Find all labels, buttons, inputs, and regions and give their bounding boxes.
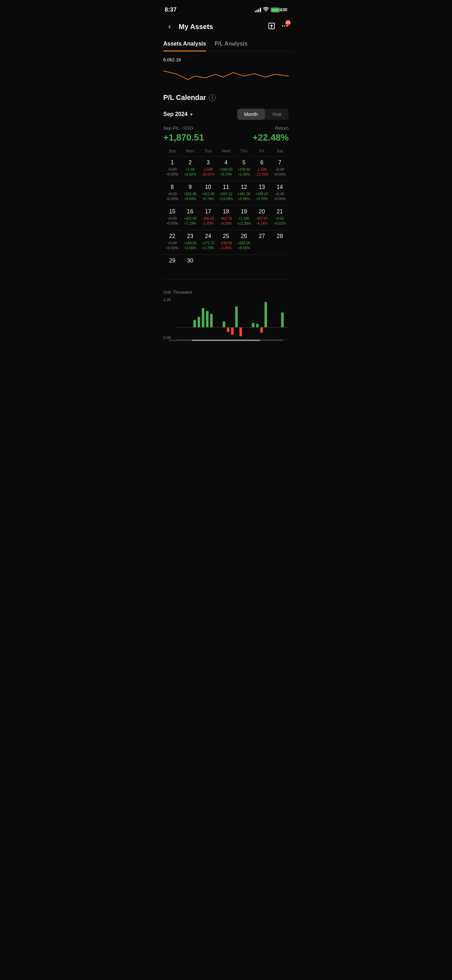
share-button[interactable] (268, 22, 275, 32)
svg-rect-8 (210, 314, 213, 328)
tab-assets-analysis[interactable]: Assets Analysis (163, 37, 206, 51)
status-bar: 8:37 100 (158, 0, 294, 18)
svg-rect-9 (223, 321, 225, 328)
calendar-cell[interactable]: 9+582.80+8.84% (181, 181, 199, 206)
bar-chart-svg (176, 298, 289, 340)
calendar-cell[interactable]: 22+0.00+0.00% (163, 230, 181, 255)
svg-rect-7 (206, 311, 208, 328)
header: ‹ My Assets 23 (158, 18, 294, 37)
calendar-cell[interactable]: 13+338.97+3.70% (253, 181, 271, 206)
calendar-cell[interactable]: 1+0.00+0.00% (163, 157, 181, 181)
day-thu: Thu (235, 147, 253, 155)
calendar-cell[interactable]: 14+0.00+0.00% (271, 181, 289, 206)
calendar-cell[interactable]: 18-402.78-4.18% (217, 206, 235, 230)
calendar-cell[interactable]: 16+302.50+3.19% (181, 206, 199, 230)
day-sun: Sun (163, 147, 181, 155)
pl-summary: Sep P/L · SGD +1,870.51 Return +22.48% (163, 126, 289, 143)
svg-rect-11 (231, 328, 233, 335)
calendar-cell[interactable]: 30 (181, 255, 199, 279)
calendar-cell[interactable]: 5+109.82+1.46% (235, 157, 253, 181)
calendar-grid: 1+0.00+0.00%2+1.68+0.02%3-1.69K-20.01%4+… (163, 156, 289, 279)
svg-rect-12 (235, 307, 237, 328)
scroll-indicator (169, 340, 283, 341)
svg-rect-16 (260, 328, 263, 332)
calendar-cell[interactable]: 15+0.00+0.00% (163, 206, 181, 230)
tab-pl-analysis[interactable]: P/L Analysis (215, 37, 247, 51)
calendar-cell[interactable]: 2+1.68+0.02% (181, 157, 199, 181)
header-actions: 23 (268, 22, 289, 32)
toggle-month[interactable]: Month (237, 109, 265, 120)
calendar-cell[interactable]: 17-166.83-1.70% (199, 206, 217, 230)
pl-calendar-section: P/L Calendar i Sep 2024 ▼ Month Year Sep… (158, 87, 294, 279)
svg-rect-6 (202, 308, 204, 328)
day-mon: Mon (181, 147, 199, 155)
calendar-cell[interactable]: 12+481.36+5.56% (235, 181, 253, 206)
pl-amount: Sep P/L · SGD +1,870.51 (163, 126, 204, 143)
wifi-icon (263, 7, 269, 13)
day-tue: Tue (199, 147, 217, 155)
signal-icon (255, 7, 261, 12)
battery-icon: 100 (271, 7, 287, 12)
return-value: Return +22.48% (253, 126, 289, 143)
calendar-cell[interactable]: 29 (163, 255, 181, 279)
svg-rect-17 (264, 302, 267, 328)
bar-chart-labels: 1.26 0.00 (163, 298, 170, 340)
info-icon[interactable]: i (209, 94, 216, 101)
calendar-cell[interactable]: 24+171.72+1.79% (199, 230, 217, 255)
calendar: Sun Mon Tue Wed Thu Fri Sat 1+0.00+0.00%… (163, 147, 289, 279)
calendar-cell[interactable]: 8+0.00+0.00% (163, 181, 181, 206)
calendar-header: Sun Mon Tue Wed Thu Fri Sat (163, 147, 289, 155)
calendar-cell[interactable]: 20-407.07-4.14% (253, 206, 271, 230)
svg-point-1 (282, 25, 283, 27)
svg-rect-18 (282, 313, 284, 328)
svg-rect-13 (239, 328, 242, 336)
toggle-year[interactable]: Year (265, 109, 289, 120)
day-wed: Wed (217, 147, 235, 155)
svg-point-2 (284, 25, 286, 27)
more-button[interactable]: 23 (281, 22, 289, 32)
bar-chart-section: Unit: Thousand 1.26 0.00 (158, 279, 294, 348)
calendar-cell[interactable] (271, 255, 289, 279)
status-icons: 100 (255, 7, 287, 13)
scroll-thumb (192, 340, 260, 341)
back-arrow-icon: ‹ (168, 22, 170, 31)
calendar-controls: Sep 2024 ▼ Month Year (163, 109, 289, 120)
day-fri: Fri (253, 147, 271, 155)
calendar-cell[interactable]: 27 (253, 230, 271, 255)
bar-chart-area: 1.26 0.00 (163, 298, 289, 340)
bar-chart-unit: Unit: Thousand (163, 290, 289, 295)
chart-value: 6,062.16 (163, 57, 289, 62)
notification-badge: 23 (285, 20, 291, 25)
calendar-cell[interactable]: 28 (271, 230, 289, 255)
calendar-cell[interactable]: 21+0.62+0.01% (271, 206, 289, 230)
tabs: Assets Analysis P/L Analysis (158, 37, 294, 51)
svg-rect-4 (193, 320, 196, 328)
calendar-cell[interactable] (217, 255, 235, 279)
calendar-cell[interactable]: 3-1.69K-20.01% (199, 157, 217, 181)
svg-rect-5 (197, 317, 200, 328)
calendar-cell[interactable] (253, 255, 271, 279)
calendar-cell[interactable]: 10+412.69+5.74% (199, 181, 217, 206)
calendar-cell[interactable] (235, 255, 253, 279)
calendar-cell[interactable]: 19+1.10K+12.30% (235, 206, 253, 230)
calendar-cell[interactable]: 23+189.00+2.00% (181, 230, 199, 255)
month-selector[interactable]: Sep 2024 ▼ (163, 111, 193, 118)
calendar-cell[interactable]: 7+0.00+0.00% (271, 157, 289, 181)
assets-chart: 6,062.16 Aug 26, 2024 Sep 26, 2024 (158, 51, 294, 87)
chart-svg (163, 64, 289, 85)
calendar-cell[interactable]: 11+997.12+13.08% (217, 181, 235, 206)
calendar-cell[interactable]: 4+260.50+3.73% (217, 157, 235, 181)
dropdown-arrow-icon: ▼ (189, 113, 193, 116)
view-toggle: Month Year (237, 109, 289, 120)
svg-rect-10 (227, 328, 229, 332)
calendar-cell[interactable] (199, 255, 217, 279)
section-title: P/L Calendar i (163, 94, 289, 102)
day-sat: Sat (271, 147, 289, 155)
calendar-cell[interactable]: 6-1.02K-13.35% (253, 157, 271, 181)
calendar-cell[interactable]: 25-230.69-2.36% (217, 230, 235, 255)
status-time: 8:37 (165, 6, 177, 13)
back-button[interactable]: ‹ (163, 20, 176, 33)
svg-rect-14 (252, 323, 255, 328)
calendar-cell[interactable]: 26+826.04+8.64% (235, 230, 253, 255)
page-title: My Assets (179, 23, 268, 31)
